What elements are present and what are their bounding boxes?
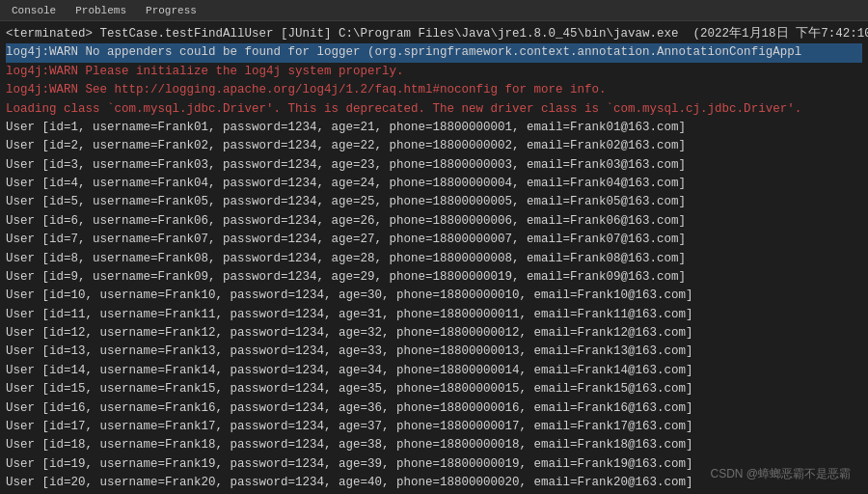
user-line: User [id=15, username=Frank15, password=… (6, 380, 862, 398)
user-line: User [id=4, username=Frank04, password=1… (6, 175, 862, 193)
top-bar: Console Problems Progress (0, 0, 868, 21)
user-line: User [id=20, username=Frank20, password=… (6, 474, 862, 492)
tab-console[interactable]: Console (6, 3, 62, 18)
header-line: <terminated> TestCase.testFindAllUser [J… (6, 25, 862, 43)
user-line: User [id=8, username=Frank08, password=1… (6, 250, 862, 268)
user-line: User [id=5, username=Frank05, password=1… (6, 193, 862, 211)
warn-line: Loading class `com.mysql.jdbc.Driver'. T… (6, 100, 862, 119)
user-line: User [id=1, username=Frank01, password=1… (6, 119, 862, 137)
user-line: User [id=19, username=Frank19, password=… (6, 455, 862, 474)
user-line: User [id=14, username=Frank14, password=… (6, 362, 862, 380)
user-line: User [id=17, username=Frank17, password=… (6, 418, 862, 436)
user-line: User [id=12, username=Frank12, password=… (6, 324, 862, 343)
user-line: User [id=11, username=Frank11, password=… (6, 306, 862, 324)
user-line: User [id=2, username=Frank02, password=1… (6, 137, 862, 155)
user-line: User [id=16, username=Frank16, password=… (6, 399, 862, 418)
console-content[interactable]: <terminated> TestCase.testFindAllUser [J… (0, 21, 868, 494)
user-line: User [id=6, username=Frank06, password=1… (6, 212, 862, 231)
console-wrapper: Console Problems Progress <terminated> T… (0, 0, 868, 494)
tab-problems[interactable]: Problems (69, 3, 132, 18)
user-line: User [id=10, username=Frank10, password=… (6, 287, 862, 305)
warn-line: log4j:WARN Please initialize the log4j s… (6, 63, 862, 81)
user-line: User [id=13, username=Frank13, password=… (6, 343, 862, 361)
user-line: User [id=18, username=Frank18, password=… (6, 436, 862, 454)
warn-line: log4j:WARN No appenders could be found f… (6, 43, 862, 62)
tab-progress[interactable]: Progress (140, 3, 203, 18)
warn-line: log4j:WARN See http://logging.apache.org… (6, 81, 862, 99)
user-line: User [id=7, username=Frank07, password=1… (6, 231, 862, 249)
user-line: User [id=3, username=Frank03, password=1… (6, 156, 862, 175)
user-line: User [id=9, username=Frank09, password=1… (6, 268, 862, 287)
